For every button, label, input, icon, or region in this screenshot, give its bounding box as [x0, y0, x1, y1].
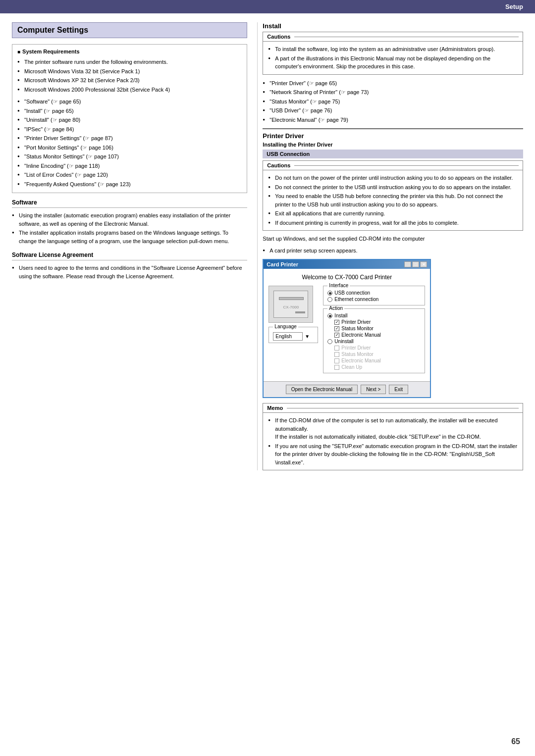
install-cautions-box: Cautions To install the software, log in… — [263, 32, 523, 75]
language-select-row: English ▼ — [273, 332, 314, 341]
ethernet-radio-row[interactable]: Ethernet connection — [327, 297, 421, 302]
interface-group-title: Interface — [327, 283, 350, 288]
list-item: "Status Monitor" (☞ page 75) — [263, 97, 523, 106]
printer-driver-check-label: Printer Driver — [341, 319, 371, 325]
install-cautions-title: Cautions — [263, 32, 523, 42]
install-cautions-list: To install the software, log into the sy… — [268, 45, 518, 71]
dialog-columns: CX-7000 Language English — [268, 286, 425, 376]
dialog-minimize-button[interactable]: _ — [404, 261, 411, 267]
list-item: Microsoft Windows Vista 32 bit (Service … — [17, 67, 242, 76]
card-printer-bullet-list: A card printer setup screen appears. — [263, 246, 523, 255]
list-item: If document printing is currently in pro… — [268, 218, 518, 228]
printer-image: CX-7000 — [268, 286, 313, 323]
memo-box: Memo If the CD-ROM drive of the computer… — [263, 403, 523, 470]
printer-driver-uncheck-checkbox[interactable] — [334, 346, 339, 351]
install-radio-row[interactable]: Install — [327, 313, 421, 318]
list-item: "List of Error Codes" (☞ page 120) — [17, 170, 242, 180]
right-column: Install Cautions To install the software… — [257, 22, 523, 470]
list-item: Microsoft Windows XP 32 bit (Service Pac… — [17, 76, 242, 85]
usb-connection-radio-row[interactable]: USB connection — [327, 290, 421, 296]
list-item: Using the installer (automatic execution… — [12, 211, 247, 228]
page-number: 65 — [511, 737, 520, 746]
dialog-close-button[interactable]: ✕ — [420, 261, 427, 267]
printer-driver-check-row[interactable]: Printer Driver — [334, 319, 421, 325]
ethernet-radio-label: Ethernet connection — [334, 297, 378, 302]
usb-radio-label: USB connection — [334, 290, 370, 296]
printer-image-area: CX-7000 Language English — [268, 286, 318, 376]
open-electronic-manual-button[interactable]: Open the Electronic Manual — [286, 385, 358, 394]
electronic-manual-uncheck-checkbox[interactable] — [334, 358, 339, 363]
list-item: "USB Driver" (☞ page 76) — [263, 106, 523, 115]
dialog-welcome-text: Welcome to CX-7000 Card Printer — [268, 274, 425, 281]
action-options: Install Printer Driver — [327, 313, 421, 370]
list-item: The printer software runs under the foll… — [17, 57, 242, 67]
electronic-manual-uncheck-row[interactable]: Electronic Manual — [334, 358, 421, 363]
printer-label: CX-7000 — [274, 291, 308, 309]
list-item: "Inline Encoding" (☞ page 118) — [17, 161, 242, 171]
status-monitor-check-row[interactable]: Status Monitor — [334, 326, 421, 331]
list-item: "Status Monitor Settings" (☞ page 107) — [17, 152, 242, 161]
printer-driver-uncheck-row[interactable]: Printer Driver — [334, 345, 421, 351]
electronic-manual-check-label: Electronic Manual — [341, 332, 380, 338]
status-monitor-uncheck-checkbox[interactable] — [334, 352, 339, 357]
next-button[interactable]: Next > — [361, 385, 386, 394]
list-item: "Electronic Manual" (☞ page 79) — [263, 115, 523, 125]
links-list: "Software" (☞ page 65) "Install" (☞ page… — [17, 97, 242, 189]
electronic-manual-checkbox[interactable] — [334, 333, 339, 338]
list-item: "Network Sharing of Printer" (☞ page 73) — [263, 88, 523, 97]
printer-slot — [279, 297, 304, 300]
language-dropdown-arrow[interactable]: ▼ — [305, 334, 310, 339]
cleanup-uncheck-row[interactable]: Clean Up — [334, 364, 421, 370]
list-item: If you are not using the "SETUP.exe" aut… — [268, 442, 518, 467]
list-item: If the CD-ROM drive of the computer is s… — [268, 416, 518, 442]
header-title: Setup — [505, 3, 523, 10]
cleanup-checkbox[interactable] — [334, 365, 339, 370]
usb-radio-button[interactable] — [327, 291, 332, 296]
content-area: Computer Settings System Requirements Th… — [0, 13, 535, 480]
list-item: "IPSec" (☞ page 84) — [17, 125, 242, 134]
dialog-maximize-button[interactable]: □ — [412, 261, 419, 267]
usb-cautions-title: Cautions — [263, 161, 523, 170]
interface-group-box: Interface USB connection Eth — [323, 286, 425, 305]
page-title: Computer Settings — [12, 22, 247, 38]
printer-port — [295, 311, 305, 313]
list-item: "Port Monitor Settings" (☞ page 106) — [17, 143, 242, 152]
uninstall-radio-row[interactable]: Uninstall — [327, 339, 421, 344]
electronic-manual-uncheck-label: Electronic Manual — [341, 358, 380, 363]
usb-cautions-content: Do not turn on the power of the printer … — [263, 170, 523, 230]
dialog-titlebar: Card Printer _ □ ✕ — [264, 260, 430, 269]
list-item: Do not connect the printer to the USB un… — [268, 183, 518, 192]
usb-cautions-list: Do not turn on the power of the printer … — [268, 173, 518, 227]
list-item: You need to enable the USB hub before co… — [268, 192, 518, 209]
usb-connection-heading: USB Connection — [263, 150, 523, 158]
ethernet-radio-button[interactable] — [327, 297, 332, 302]
software-license-list: Users need to agree to the terms and con… — [12, 263, 247, 281]
printer-driver-section: Printer Driver Installing the Printer Dr… — [263, 128, 523, 470]
language-group-box: Language English ▼ — [268, 327, 318, 343]
memo-content: If the CD-ROM drive of the computer is s… — [263, 413, 523, 470]
list-item: Users need to agree to the terms and con… — [12, 263, 247, 281]
exit-button[interactable]: Exit — [389, 385, 408, 394]
language-area: Language English ▼ — [268, 327, 318, 343]
list-item: To install the software, log into the sy… — [268, 45, 518, 54]
system-requirements-title: System Requirements — [17, 49, 242, 54]
dialog-footer: Open the Electronic Manual Next > Exit — [264, 381, 430, 397]
status-monitor-checkbox[interactable] — [334, 326, 339, 331]
list-item: Microsoft Windows 2000 Professional 32bi… — [17, 85, 242, 95]
list-item: "Frequently Asked Questions" (☞ page 123… — [17, 180, 242, 189]
status-monitor-uncheck-row[interactable]: Status Monitor — [334, 352, 421, 357]
uninstall-radio-button[interactable] — [327, 339, 332, 344]
list-item: "Printer Driver" (☞ page 65) — [263, 79, 523, 88]
cleanup-label: Clean Up — [341, 364, 362, 370]
usb-cautions-box: Cautions Do not turn on the power of the… — [263, 160, 523, 231]
printer-driver-title: Printer Driver — [263, 132, 523, 140]
software-list: Using the installer (automatic execution… — [12, 211, 247, 246]
language-select[interactable]: English — [273, 332, 303, 341]
dialog-options-area: Interface USB connection Eth — [323, 286, 425, 376]
printer-driver-checkbox[interactable] — [334, 320, 339, 325]
electronic-manual-check-row[interactable]: Electronic Manual — [334, 332, 421, 338]
install-radio-button[interactable] — [327, 313, 332, 318]
dialog-body: Welcome to CX-7000 Card Printer CX-7000 — [264, 269, 430, 381]
memo-title: Memo — [263, 403, 523, 413]
uninstall-sub-options: Printer Driver Status Monitor — [327, 345, 421, 370]
